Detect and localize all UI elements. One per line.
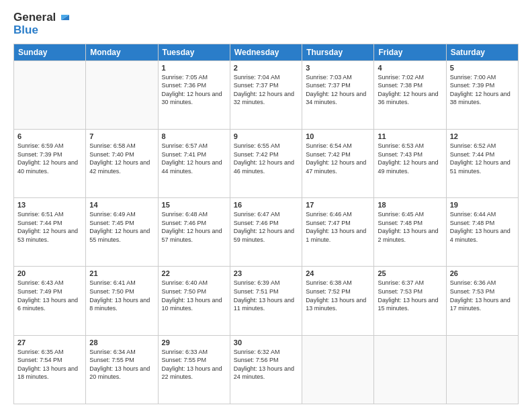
calendar-cell: 24Sunrise: 6:38 AMSunset: 7:52 PMDayligh… [302, 267, 374, 335]
cell-info: Sunrise: 6:33 AMSunset: 7:55 PMDaylight:… [162, 348, 226, 381]
day-number: 2 [234, 64, 298, 72]
cell-info: Sunrise: 6:32 AMSunset: 7:56 PMDaylight:… [234, 348, 298, 381]
calendar-cell: 21Sunrise: 6:41 AMSunset: 7:50 PMDayligh… [86, 267, 158, 335]
day-number: 22 [162, 269, 226, 277]
logo-general: General [13, 11, 56, 24]
week-row-0: 1Sunrise: 7:05 AMSunset: 7:36 PMDaylight… [14, 60, 519, 129]
day-number: 26 [450, 269, 515, 277]
logo-icon [57, 9, 72, 24]
day-number: 12 [450, 132, 515, 140]
cell-info: Sunrise: 6:51 AMSunset: 7:44 PMDaylight:… [17, 210, 82, 244]
cell-info: Sunrise: 6:53 AMSunset: 7:43 PMDaylight:… [378, 142, 442, 175]
cell-info: Sunrise: 7:03 AMSunset: 7:37 PMDaylight:… [306, 73, 370, 107]
calendar-cell: 19Sunrise: 6:44 AMSunset: 7:48 PMDayligh… [446, 198, 518, 267]
day-number: 4 [378, 64, 442, 72]
day-number: 17 [306, 201, 370, 209]
cell-info: Sunrise: 6:45 AMSunset: 7:48 PMDaylight:… [378, 210, 442, 244]
cell-info: Sunrise: 6:59 AMSunset: 7:39 PMDaylight:… [17, 142, 82, 175]
calendar-cell: 22Sunrise: 6:40 AMSunset: 7:50 PMDayligh… [158, 267, 230, 335]
calendar-cell: 18Sunrise: 6:45 AMSunset: 7:48 PMDayligh… [374, 198, 446, 267]
calendar-cell: 13Sunrise: 6:51 AMSunset: 7:44 PMDayligh… [14, 198, 86, 267]
calendar-cell: 10Sunrise: 6:54 AMSunset: 7:42 PMDayligh… [302, 129, 374, 197]
calendar-cell: 26Sunrise: 6:36 AMSunset: 7:53 PMDayligh… [446, 267, 518, 335]
calendar-cell: 6Sunrise: 6:59 AMSunset: 7:39 PMDaylight… [14, 129, 86, 197]
day-number: 6 [17, 132, 82, 140]
calendar-cell: 15Sunrise: 6:48 AMSunset: 7:46 PMDayligh… [158, 198, 230, 267]
calendar-cell: 20Sunrise: 6:43 AMSunset: 7:49 PMDayligh… [14, 267, 86, 335]
calendar-table: SundayMondayTuesdayWednesdayThursdayFrid… [13, 44, 519, 404]
day-number: 10 [306, 132, 370, 140]
day-number: 21 [89, 269, 154, 277]
cell-info: Sunrise: 6:55 AMSunset: 7:42 PMDaylight:… [234, 142, 298, 175]
cell-info: Sunrise: 6:36 AMSunset: 7:53 PMDaylight:… [450, 279, 515, 312]
cell-info: Sunrise: 6:41 AMSunset: 7:50 PMDaylight:… [89, 279, 154, 312]
logo: General Blue [13, 11, 72, 37]
day-header-saturday: Saturday [446, 44, 518, 60]
calendar-cell: 5Sunrise: 7:00 AMSunset: 7:39 PMDaylight… [446, 60, 518, 129]
calendar-cell [302, 335, 374, 404]
day-number: 5 [450, 64, 515, 72]
day-number: 8 [162, 132, 226, 140]
cell-info: Sunrise: 6:34 AMSunset: 7:55 PMDaylight:… [89, 348, 154, 381]
cell-info: Sunrise: 6:38 AMSunset: 7:52 PMDaylight:… [306, 279, 370, 312]
calendar-cell: 4Sunrise: 7:02 AMSunset: 7:38 PMDaylight… [374, 60, 446, 129]
cell-info: Sunrise: 6:40 AMSunset: 7:50 PMDaylight:… [162, 279, 226, 312]
day-header-monday: Monday [86, 44, 158, 60]
calendar-cell [86, 60, 158, 129]
calendar-body: 1Sunrise: 7:05 AMSunset: 7:36 PMDaylight… [14, 60, 519, 404]
day-number: 9 [234, 132, 298, 140]
cell-info: Sunrise: 6:47 AMSunset: 7:46 PMDaylight:… [234, 210, 298, 244]
week-row-1: 6Sunrise: 6:59 AMSunset: 7:39 PMDaylight… [14, 129, 519, 197]
day-header-thursday: Thursday [302, 44, 374, 60]
day-number: 14 [89, 201, 154, 209]
cell-info: Sunrise: 6:52 AMSunset: 7:44 PMDaylight:… [450, 142, 515, 175]
cell-info: Sunrise: 7:05 AMSunset: 7:36 PMDaylight:… [162, 73, 226, 107]
day-number: 30 [234, 338, 298, 347]
logo-blue: Blue [13, 24, 72, 37]
day-number: 16 [234, 201, 298, 209]
calendar-cell [14, 60, 86, 129]
cell-info: Sunrise: 6:54 AMSunset: 7:42 PMDaylight:… [306, 142, 370, 175]
day-header-tuesday: Tuesday [158, 44, 230, 60]
week-row-2: 13Sunrise: 6:51 AMSunset: 7:44 PMDayligh… [14, 198, 519, 267]
calendar-cell: 7Sunrise: 6:58 AMSunset: 7:40 PMDaylight… [86, 129, 158, 197]
calendar-cell: 3Sunrise: 7:03 AMSunset: 7:37 PMDaylight… [302, 60, 374, 129]
header: General Blue [13, 11, 519, 37]
cell-info: Sunrise: 6:39 AMSunset: 7:51 PMDaylight:… [234, 279, 298, 312]
calendar-cell [374, 335, 446, 404]
cell-info: Sunrise: 7:02 AMSunset: 7:38 PMDaylight:… [378, 73, 442, 107]
cell-info: Sunrise: 6:48 AMSunset: 7:46 PMDaylight:… [162, 210, 226, 244]
day-number: 7 [89, 132, 154, 140]
week-row-3: 20Sunrise: 6:43 AMSunset: 7:49 PMDayligh… [14, 267, 519, 335]
cell-info: Sunrise: 6:58 AMSunset: 7:40 PMDaylight:… [89, 142, 154, 175]
calendar-cell: 30Sunrise: 6:32 AMSunset: 7:56 PMDayligh… [230, 335, 302, 404]
day-number: 25 [378, 269, 442, 277]
day-number: 19 [450, 201, 515, 209]
day-number: 20 [17, 269, 82, 277]
day-number: 13 [17, 201, 82, 209]
day-number: 27 [17, 338, 82, 347]
calendar-cell: 29Sunrise: 6:33 AMSunset: 7:55 PMDayligh… [158, 335, 230, 404]
calendar-cell: 9Sunrise: 6:55 AMSunset: 7:42 PMDaylight… [230, 129, 302, 197]
cell-info: Sunrise: 7:00 AMSunset: 7:39 PMDaylight:… [450, 73, 515, 107]
day-number: 23 [234, 269, 298, 277]
calendar-cell: 16Sunrise: 6:47 AMSunset: 7:46 PMDayligh… [230, 198, 302, 267]
calendar-cell: 23Sunrise: 6:39 AMSunset: 7:51 PMDayligh… [230, 267, 302, 335]
calendar-cell: 27Sunrise: 6:35 AMSunset: 7:54 PMDayligh… [14, 335, 86, 404]
header-row: SundayMondayTuesdayWednesdayThursdayFrid… [14, 44, 519, 60]
cell-info: Sunrise: 6:49 AMSunset: 7:45 PMDaylight:… [89, 210, 154, 244]
cell-info: Sunrise: 7:04 AMSunset: 7:37 PMDaylight:… [234, 73, 298, 107]
cell-info: Sunrise: 6:57 AMSunset: 7:41 PMDaylight:… [162, 142, 226, 175]
day-number: 15 [162, 201, 226, 209]
cell-info: Sunrise: 6:43 AMSunset: 7:49 PMDaylight:… [17, 279, 82, 312]
day-header-friday: Friday [374, 44, 446, 60]
day-number: 3 [306, 64, 370, 72]
cell-info: Sunrise: 6:37 AMSunset: 7:53 PMDaylight:… [378, 279, 442, 312]
cell-info: Sunrise: 6:35 AMSunset: 7:54 PMDaylight:… [17, 348, 82, 381]
cell-info: Sunrise: 6:46 AMSunset: 7:47 PMDaylight:… [306, 210, 370, 244]
day-header-wednesday: Wednesday [230, 44, 302, 60]
calendar-cell [446, 335, 518, 404]
day-number: 28 [89, 338, 154, 347]
calendar-cell: 8Sunrise: 6:57 AMSunset: 7:41 PMDaylight… [158, 129, 230, 197]
day-header-sunday: Sunday [14, 44, 86, 60]
